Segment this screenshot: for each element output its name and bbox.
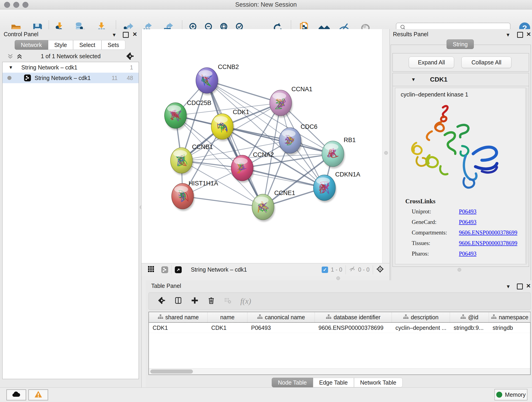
memory-button[interactable]: Memory: [494, 389, 527, 400]
gene-collapse-triangle-icon[interactable]: ▼: [411, 77, 416, 82]
column-hierarchy-icon: [403, 314, 409, 321]
collection-expand-triangle-icon[interactable]: ▼: [2, 65, 13, 70]
crosslink-value-link[interactable]: P06493: [459, 250, 476, 257]
horizontal-splitter-handle[interactable]: [336, 276, 340, 280]
fit-selected-crosshair-icon[interactable]: [376, 265, 384, 274]
tab-node-table[interactable]: Node Table: [272, 378, 313, 387]
collapse-all-button[interactable]: Collapse All: [462, 57, 511, 68]
function-builder-icon[interactable]: f(x): [240, 297, 251, 306]
node-label-CDKN1A: CDKN1A: [335, 171, 360, 178]
table-panel-menu-icon[interactable]: ▾: [507, 283, 510, 290]
expand-all-button[interactable]: Expand All: [409, 57, 454, 68]
column-header-shared-name[interactable]: shared name: [149, 312, 208, 322]
gene-symbol: CDK1: [430, 76, 447, 83]
add-column-icon[interactable]: [191, 297, 199, 306]
crosslink-label: Uniprot:: [412, 208, 459, 215]
separator: [346, 265, 346, 274]
table-panel-close-icon[interactable]: ✕: [526, 283, 531, 289]
node-label-CCNE1: CCNE1: [274, 190, 295, 196]
crosslink-value-link[interactable]: P06493: [459, 219, 476, 225]
tab-network[interactable]: Network: [15, 40, 48, 50]
hidden-eye-icon: [349, 266, 356, 274]
results-splitter-handle[interactable]: [457, 268, 461, 272]
show-columns-icon[interactable]: [174, 297, 182, 306]
goto-network-icon[interactable]: [175, 266, 182, 273]
network-vertical-scrollbar[interactable]: [382, 29, 390, 263]
network-row[interactable]: String Network – cdk1 11 48: [2, 73, 139, 83]
tab-select[interactable]: Select: [73, 40, 101, 50]
node-label-CDK1: CDK1: [233, 109, 249, 115]
node-label-CCNB2: CCNB2: [218, 64, 239, 70]
crosslink-label: Compartments:: [412, 230, 459, 236]
cloud-icon: [12, 391, 21, 399]
network-collection-row[interactable]: ▼ String Network – cdk1 1: [2, 62, 139, 73]
crosslink-value-link[interactable]: 9606.ENSP00000378699: [459, 230, 517, 236]
results-panel-close-icon[interactable]: ✕: [526, 31, 531, 38]
tab-string[interactable]: String: [447, 39, 474, 49]
tab-style[interactable]: Style: [48, 40, 73, 50]
delete-column-icon[interactable]: [207, 297, 215, 306]
network-options-gear-icon[interactable]: [126, 52, 134, 62]
column-header-@id[interactable]: @id: [450, 312, 489, 322]
column-header-namespace[interactable]: namespace: [489, 312, 531, 322]
network-canvas[interactable]: CCNB2CCNA1CDC25BCDK1CDC6RB1CCNB1CCNA2CDK…: [142, 29, 382, 263]
tab-sets[interactable]: Sets: [101, 40, 125, 50]
node-CDK1[interactable]: CDK1: [211, 109, 249, 141]
grid-view-icon[interactable]: [147, 266, 154, 274]
selected-checkbox-icon[interactable]: ✓: [322, 267, 328, 273]
delete-table-icon[interactable]: [224, 297, 232, 306]
node-CCNE1[interactable]: CCNE1: [252, 190, 295, 222]
column-header-canonical-name[interactable]: canonical name: [247, 312, 315, 322]
network-selection-status: 1 of 1 Network selected: [0, 53, 141, 60]
column-header-name[interactable]: name: [208, 312, 247, 322]
node-CDKN1A[interactable]: CDKN1A: [313, 171, 360, 202]
column-hierarchy-icon: [257, 314, 263, 321]
node-HIST1H1A[interactable]: HIST1H1A: [172, 180, 218, 211]
edge-HIST1H1A-CCNE1[interactable]: [183, 196, 263, 207]
node-CDC6[interactable]: CDC6: [279, 123, 317, 155]
node-label-RB1: RB1: [344, 137, 356, 143]
table-panel-float-icon[interactable]: [517, 283, 523, 291]
crosslink-label: GeneCard:: [412, 219, 459, 225]
column-header-description[interactable]: description: [392, 312, 450, 322]
table-scrollbar-thumb[interactable]: [150, 370, 193, 374]
tab-edge-table[interactable]: Edge Table: [313, 378, 354, 387]
current-network-dot-icon: [2, 76, 16, 80]
node-label-CCNB1: CCNB1: [192, 143, 213, 150]
network-edge-count: 48: [127, 75, 133, 81]
table-panel: Table Panel ▾ ✕ f(x) shared namenamecano…: [146, 280, 532, 387]
table-row[interactable]: CDK1CDK1P064939606.ENSP00000378699cyclin…: [149, 323, 530, 333]
warnings-button[interactable]: [28, 389, 48, 400]
crosslink-value-link[interactable]: P06493: [459, 208, 476, 215]
control-panel-float-icon[interactable]: [123, 32, 129, 39]
results-scrollbar[interactable]: [525, 88, 527, 264]
protein-structure-image: [404, 101, 512, 193]
birdseye-share-icon[interactable]: [161, 266, 168, 273]
node-RB1[interactable]: RB1: [322, 137, 356, 168]
gene-card-header[interactable]: ▼ CDK1: [393, 73, 529, 86]
node-label-HIST1H1A: HIST1H1A: [189, 180, 218, 187]
table-panel-title: Table Panel: [151, 283, 181, 289]
network-node-count: 11: [112, 75, 118, 81]
results-panel-title: Results Panel: [393, 31, 428, 38]
edge-CCNB2-CCNE1[interactable]: [207, 80, 263, 207]
cloud-status-button[interactable]: [6, 389, 26, 400]
crosslink-row: GeneCard:P06493: [412, 217, 526, 227]
control-panel-close-icon[interactable]: ✕: [133, 31, 137, 38]
column-header-database-identifier[interactable]: database identifier: [315, 312, 392, 322]
table-cell: P06493: [247, 323, 315, 333]
results-panel-float-icon[interactable]: [517, 32, 523, 39]
window-title: Session: New Session: [0, 1, 532, 8]
crosslink-value-link[interactable]: 9606.ENSP00000378699: [459, 240, 517, 246]
network-view-title: String Network – cdk1: [191, 266, 247, 273]
column-label: @id: [468, 314, 478, 321]
table-gear-icon[interactable]: [158, 297, 166, 306]
control-panel-menu-icon[interactable]: ▾: [113, 32, 116, 38]
table-horizontal-scrollbar[interactable]: [149, 368, 530, 375]
table-body: CDK1CDK1P064939606.ENSP00000378699cyclin…: [149, 323, 530, 333]
results-panel-menu-icon[interactable]: ▾: [507, 32, 510, 38]
network-scrollbar-thumb[interactable]: [384, 151, 388, 155]
tab-network-table[interactable]: Network Table: [354, 378, 403, 387]
crosslink-row: Compartments:9606.ENSP00000378699: [412, 227, 526, 238]
table-toolbar: f(x): [148, 293, 531, 310]
